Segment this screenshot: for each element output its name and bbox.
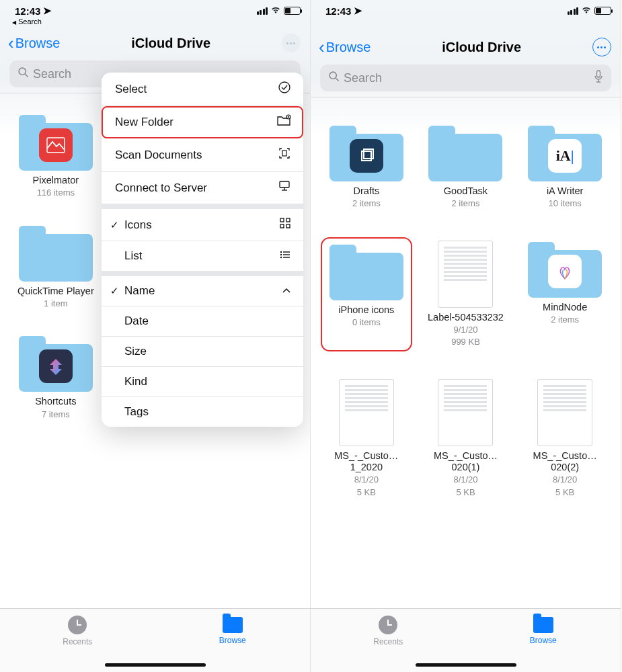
svg-rect-8 (280, 181, 289, 187)
folder-iphone-icons[interactable]: iPhone icons 0 items (324, 241, 409, 348)
menu-label: Icons (124, 218, 152, 232)
item-name: QuickTime Player (13, 286, 98, 297)
menu-view-list[interactable]: List (102, 241, 303, 271)
folder-iawriter[interactable]: iA| iA Writer 10 items (522, 124, 607, 210)
menu-view-icons[interactable]: ✓Icons (102, 209, 303, 241)
item-meta: 9/1/20 (423, 325, 508, 335)
file-ms1[interactable]: MS_-_Custo…1_2020 8/1/20 5 KB (324, 379, 409, 498)
status-bar: 12:43 ➤ (0, 0, 310, 19)
menu-connect-server[interactable]: Connect to Server (102, 172, 303, 204)
menu-label: Select (115, 83, 147, 96)
tab-browse[interactable]: Browse (466, 609, 621, 672)
folder-drafts[interactable]: Drafts 2 items (324, 124, 409, 210)
status-bar: 12:43➤ (311, 0, 621, 19)
menu-select[interactable]: Select (102, 73, 303, 106)
file-label[interactable]: Label-504533232 9/1/20 999 KB (423, 241, 508, 348)
menu-sort-size[interactable]: Size (102, 337, 303, 367)
item-meta: 7 items (13, 409, 98, 420)
folder-mindnode[interactable]: MindNode 2 items (522, 241, 607, 348)
tab-bar: Recents Browse (0, 608, 310, 672)
folder-goodtask[interactable]: GoodTask 2 items (423, 124, 508, 210)
item-meta: 2 items (522, 314, 607, 325)
svg-point-19 (280, 257, 282, 258)
checkmark-icon: ✓ (107, 285, 122, 297)
chevron-up-icon (282, 284, 291, 298)
back-to-app[interactable]: Search (0, 17, 310, 26)
menu-sort-date[interactable]: Date (102, 306, 303, 337)
page-title: iCloud Drive (131, 36, 210, 51)
folder-icon (533, 617, 553, 633)
item-meta: 10 items (522, 198, 607, 209)
home-indicator[interactable] (105, 663, 206, 667)
item-meta: 0 items (324, 317, 409, 328)
folder-shortcuts[interactable]: Shortcuts 7 items (13, 335, 98, 420)
back-button[interactable]: ‹ Browse (8, 36, 60, 51)
item-meta: 8/1/20 (324, 474, 409, 485)
drafts-icon (350, 139, 383, 173)
item-meta: 2 items (423, 198, 508, 209)
item-name: Drafts (324, 185, 409, 197)
folder-icon (223, 617, 243, 633)
item-meta: 8/1/20 (423, 474, 508, 485)
folder-quicktime[interactable]: QuickTime Player 1 item (13, 224, 98, 310)
item-name: MS_-_Custo…020(2) (522, 450, 607, 474)
search-placeholder: Search (344, 71, 382, 85)
item-name: MindNode (522, 302, 607, 313)
menu-label: New Folder (115, 116, 173, 129)
ellipsis-icon (597, 46, 606, 48)
item-name: MS_-_Custo…1_2020 (324, 450, 409, 474)
more-button[interactable] (282, 34, 301, 52)
search-icon (328, 71, 340, 85)
clock-text: 12:43 (15, 5, 40, 17)
document-thumb (438, 241, 493, 308)
select-icon (278, 81, 291, 97)
location-icon: ➤ (354, 5, 362, 17)
ellipsis-icon (286, 42, 295, 44)
menu-sort-kind[interactable]: Kind (102, 367, 303, 397)
menu-label: Kind (124, 375, 147, 388)
battery-icon (284, 7, 301, 15)
document-thumb (339, 379, 394, 446)
menu-sort-tags[interactable]: Tags (102, 397, 303, 427)
mic-icon[interactable] (594, 70, 603, 87)
svg-rect-13 (280, 224, 284, 228)
mindnode-icon (548, 255, 582, 288)
item-name: Shortcuts (13, 396, 98, 407)
menu-sort-name[interactable]: ✓Name (102, 276, 303, 306)
status-icons (257, 6, 301, 15)
tab-label: Recents (63, 637, 92, 646)
tab-label: Recents (373, 637, 403, 646)
server-icon (278, 180, 291, 196)
item-meta: 999 KB (423, 337, 508, 347)
tab-recents[interactable]: Recents (311, 609, 466, 672)
svg-rect-7 (282, 151, 286, 156)
tab-recents[interactable]: Recents (0, 609, 155, 672)
item-meta: 5 KB (423, 487, 508, 498)
item-meta: 5 KB (324, 487, 409, 498)
file-ms3[interactable]: MS_-_Custo…020(2) 8/1/20 5 KB (522, 379, 607, 498)
clock-icon (68, 616, 87, 634)
svg-line-1 (25, 74, 28, 77)
file-ms2[interactable]: MS_-_Custo…020(1) 8/1/20 5 KB (423, 379, 508, 498)
menu-new-folder[interactable]: New Folder (102, 106, 303, 138)
item-name: Label-504533232 (423, 312, 508, 323)
back-label: Browse (15, 36, 61, 51)
shortcuts-icon (39, 349, 73, 383)
more-button[interactable] (592, 38, 611, 56)
battery-icon (594, 7, 611, 15)
cellular-icon (568, 7, 579, 15)
location-icon: ➤ (43, 5, 52, 17)
search-placeholder: Search (33, 67, 71, 81)
folder-pixelmator[interactable]: Pixelmator 116 items (13, 114, 98, 199)
document-thumb (537, 379, 592, 446)
tab-browse[interactable]: Browse (155, 609, 311, 672)
back-button[interactable]: ‹Browse (319, 40, 371, 55)
grid-icon (279, 217, 291, 233)
svg-rect-23 (597, 71, 600, 77)
checkmark-icon: ✓ (107, 219, 122, 231)
phone-left: 12:43 ➤ Search ‹ Browse iCloud Drive Sea… (0, 0, 311, 672)
home-indicator[interactable] (416, 663, 516, 667)
menu-scan-documents[interactable]: Scan Documents (102, 138, 303, 172)
search-input[interactable]: Search (320, 65, 611, 91)
menu-label: List (124, 249, 142, 263)
